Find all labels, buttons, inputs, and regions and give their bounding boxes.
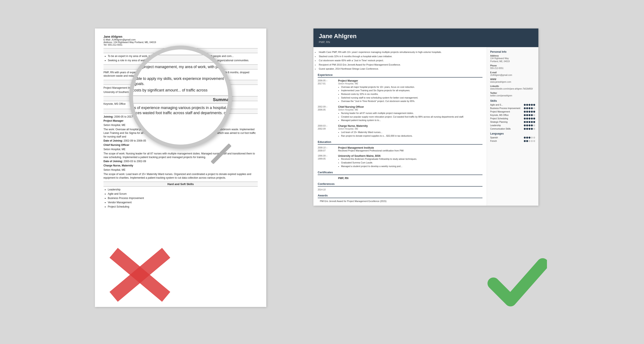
- cert-name: PMP, RN: [338, 177, 482, 180]
- job-2-org: Seton Hospital, ME: [338, 108, 482, 111]
- mag-summary-title: Summary: [129, 96, 232, 104]
- bad-skill-3: Business Process Improvement: [108, 196, 258, 200]
- magnifier: Objective work experience in project man…: [129, 46, 232, 148]
- dot: [533, 121, 535, 123]
- skill-name-2: Business Process Improvement: [490, 107, 524, 110]
- email-item: E-mail JUAhlgren@gmail.com: [490, 71, 535, 77]
- job-1-b5: Oversaw the "Just in Time Restock" proje…: [341, 100, 482, 103]
- lang-dots-2: [524, 140, 535, 142]
- dot: [528, 121, 530, 123]
- mag-hospital: Hospital. Cut costs by significant amoun…: [129, 88, 232, 93]
- certs-header: Certificates: [318, 171, 482, 175]
- edu-1-desc: Received Project Management Professional…: [338, 149, 482, 152]
- dot: [524, 128, 526, 130]
- dot: [528, 128, 530, 130]
- dot: [531, 121, 533, 123]
- experience-header: Experience: [318, 73, 482, 78]
- skill-row-1: Agile and S...: [490, 104, 535, 106]
- job-1-b4: Switched nursing staff to new scheduling…: [341, 96, 482, 100]
- skill-name-4: Keynote, MS Office: [490, 114, 524, 116]
- bad-work-joining3: Date of Joining: 2000-03 to 2002-09: [104, 160, 258, 163]
- dot: [526, 137, 528, 138]
- bad-resume-email: E-Mail: JUAhlgren@gmail.com: [104, 38, 258, 41]
- edu-2-bullets: Received the Andersen Postgraduate Fello…: [338, 158, 482, 168]
- good-resume-body: Health Care PMP, RN with 10+ years' expe…: [314, 47, 538, 206]
- dot: [524, 111, 526, 113]
- dot: [526, 104, 528, 106]
- education-header: Education: [318, 140, 482, 144]
- dot: [526, 118, 528, 120]
- dot-empty: [533, 140, 535, 142]
- dot: [531, 128, 533, 130]
- www-label: WWW: [490, 78, 535, 80]
- skill-row-2: Business Process Improvement: [490, 107, 535, 110]
- email-label: E-mail: [490, 71, 535, 74]
- dot: [531, 124, 533, 126]
- dot-empty: [531, 137, 533, 138]
- edu-2-b2: Graduated Summa Cum Laude.: [341, 161, 482, 164]
- skill-dots-7: [524, 124, 535, 126]
- conf-details: [338, 188, 482, 191]
- dot-empty: [533, 114, 535, 116]
- good-summary-2: Slashed costs 32% in 6 months through a …: [318, 54, 482, 58]
- job-1-org: Seton Hospital, ME: [338, 82, 482, 85]
- edu-2-date-end: 1999-05: [318, 158, 336, 160]
- dot: [531, 118, 533, 120]
- awards-header: Awards: [318, 194, 482, 198]
- good-summary-3: Cut stockroom waste 65% with a 'Just in …: [318, 59, 482, 62]
- dot-empty: [533, 107, 535, 109]
- skill-name-6: Strategic Planning: [490, 121, 524, 123]
- edu-2-b1: Received the Andersen Postgraduate Fello…: [341, 158, 482, 161]
- bad-skills-title: Hard and Soft Skills: [104, 182, 258, 186]
- job-1-b1: Oversaw all major hospital projects for …: [341, 86, 482, 89]
- conferences-header: Conferences: [318, 182, 482, 186]
- job-3-bullets: Led team of 15+ Maternity Ward nurses...…: [338, 131, 482, 137]
- dot: [528, 104, 530, 106]
- dot: [531, 107, 533, 109]
- edu-2-school: University of Southern Maine, BSN: [338, 154, 482, 158]
- edu-1-dates: 2008-10 – 2008-07: [318, 146, 336, 152]
- job-1-bullets: Oversaw all major hospital projects for …: [338, 86, 482, 103]
- languages-title: Languages: [490, 132, 535, 135]
- lang-row-1: Spanish: [490, 136, 535, 139]
- dot: [533, 118, 535, 120]
- dot: [526, 111, 528, 113]
- skill-dots-2: [524, 107, 535, 109]
- dot: [531, 111, 533, 113]
- edu-2-dates: 1996-09 – 1999-05: [318, 154, 336, 168]
- edu-1-date-start: 2008-10 –: [318, 146, 336, 149]
- edu-2-date-start: 1996-09 –: [318, 154, 336, 158]
- lang-name-1: Spanish: [490, 136, 498, 139]
- dot: [524, 137, 526, 138]
- job-3-date-start: 2000-03 –: [318, 124, 336, 128]
- dot-empty: [533, 137, 535, 138]
- good-summary-5: Guest speaker, 2014 Northeast Shingo Lea…: [318, 67, 482, 71]
- skill-row-5: Project Scheduling: [490, 118, 535, 120]
- award-text: PMI Eric Jennett Award for Project Manag…: [318, 200, 482, 202]
- skill-name-3: Project Management: [490, 110, 524, 113]
- edu-2-details: University of Southern Maine, BSN Receiv…: [338, 154, 482, 168]
- linkedin-item: LinkedIn www.linkedin.com/in/jane-ahlgre…: [490, 85, 535, 90]
- bad-skill-5: Project Scheduling: [108, 205, 258, 209]
- dot: [524, 140, 526, 142]
- job-1-title: Project Manager: [338, 79, 482, 82]
- dot: [528, 107, 530, 109]
- dot: [528, 118, 530, 120]
- skill-row-4: Keynote, MS Office: [490, 114, 535, 116]
- skill-name-7: Leadership: [490, 124, 524, 126]
- bad-skill-1: Leadership: [108, 188, 258, 192]
- good-resume-title: PMP, RN: [319, 40, 533, 44]
- bad-work-desc2: The scope of work: Nursing leader for al…: [104, 152, 258, 159]
- twitter-value: twitter.com/janeahlgren: [490, 94, 535, 97]
- bad-work-desc3: The scope of work: Lead team of 15+ Mate…: [104, 172, 258, 180]
- skill-row-7: Leadership: [490, 124, 535, 126]
- www-value: www.janeahlgren.com: [490, 80, 535, 84]
- job-2-details: Chief Nursing Officer Seton Hospital, ME…: [338, 106, 482, 122]
- dot: [526, 114, 528, 116]
- dot: [526, 124, 528, 126]
- linkedin-label: LinkedIn: [490, 85, 535, 88]
- mag-obj-cont: where I will be able to apply my skills,…: [129, 76, 232, 86]
- job-1-date-end: 2017-01: [318, 82, 336, 85]
- dot: [526, 128, 528, 130]
- conf-entry: 2014-10: [318, 188, 482, 191]
